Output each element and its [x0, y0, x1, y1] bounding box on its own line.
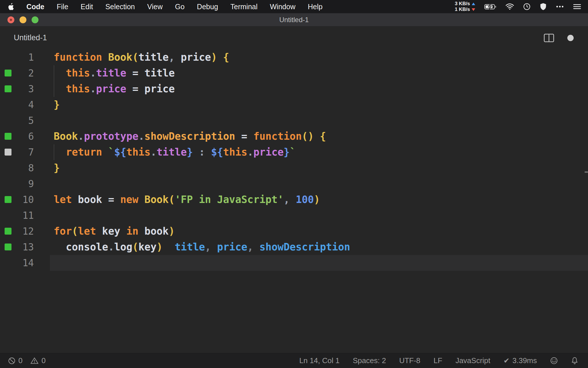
window-title: Untitled-1	[279, 16, 309, 24]
line-number[interactable]: 13	[11, 239, 34, 255]
clock-menu[interactable]	[523, 3, 531, 10]
circle-slash-icon	[8, 357, 16, 365]
statusbar-right: Ln 14, Col 1 Spaces: 2 UTF-8 LF JavaScri…	[299, 356, 578, 365]
line-number[interactable]: 3	[11, 81, 34, 97]
window-titlebar: Untitled-1	[0, 13, 588, 26]
battery-menu[interactable]	[484, 4, 496, 10]
code-line[interactable]: 14	[0, 255, 588, 271]
line-number[interactable]: 12	[11, 223, 34, 239]
scrollbar-thumb[interactable]	[585, 171, 588, 173]
line-number[interactable]: 1	[11, 49, 34, 65]
code-text	[50, 113, 588, 129]
error-count[interactable]: 0	[8, 356, 22, 365]
menu-item-help[interactable]: Help	[308, 3, 322, 11]
code-text: for(let key in book)	[50, 223, 588, 239]
network-speed-monitor[interactable]: 3 KB/s 1 KB/s	[455, 1, 475, 12]
code-line[interactable]: 9	[0, 176, 588, 192]
screen: Code FileEditSelectionViewGoDebugTermina…	[0, 0, 588, 368]
code-text	[50, 255, 588, 271]
menu-item-debug[interactable]: Debug	[197, 3, 218, 11]
download-arrow-icon	[472, 8, 475, 11]
minimize-button[interactable]	[20, 16, 26, 23]
line-number[interactable]: 11	[11, 208, 34, 223]
code-line[interactable]: 5	[0, 113, 588, 129]
line-number[interactable]: 2	[11, 65, 34, 81]
code-line[interactable]: 6Book.prototype.showDescription = functi…	[0, 129, 588, 144]
encoding-setting[interactable]: UTF-8	[399, 356, 420, 365]
line-number[interactable]: 9	[11, 176, 34, 192]
network-down-label: 1 KB/s	[455, 7, 470, 12]
quokka-coverage-square	[5, 228, 11, 235]
code-line[interactable]: 13 console.log(key) title, price, showDe…	[0, 239, 588, 255]
code-line[interactable]: 12for(let key in book)	[0, 223, 588, 239]
code-line[interactable]: 3 this.price = price	[0, 81, 588, 97]
code-line[interactable]: 8}	[0, 160, 588, 176]
indentation-setting[interactable]: Spaces: 2	[353, 356, 386, 365]
feedback-smiley[interactable]	[550, 357, 558, 365]
code-text	[50, 208, 588, 223]
menubar-status-icons: 3 KB/s 1 KB/s	[455, 1, 581, 12]
split-editor-button[interactable]	[544, 34, 554, 42]
notifications-bell[interactable]	[571, 357, 578, 365]
gutter-spacer	[5, 164, 11, 171]
split-editor-icon	[544, 34, 554, 42]
wifi-menu[interactable]	[506, 3, 514, 10]
list-menu[interactable]	[573, 3, 581, 10]
quokka-coverage-square	[5, 133, 11, 140]
close-button[interactable]	[7, 16, 14, 23]
menu-item-window[interactable]: Window	[270, 3, 295, 11]
network-up-label: 3 KB/s	[455, 1, 470, 6]
code-text: Book.prototype.showDescription = functio…	[50, 129, 588, 144]
warning-count[interactable]: 0	[30, 356, 45, 365]
menu-item-file[interactable]: File	[57, 3, 68, 11]
menubar-left: Code FileEditSelectionViewGoDebugTermina…	[7, 3, 322, 11]
app-menu-code[interactable]: Code	[26, 3, 45, 11]
menubar: Code FileEditSelectionViewGoDebugTermina…	[0, 0, 588, 13]
quokka-coverage-square	[5, 149, 11, 156]
smiley-icon	[550, 357, 558, 365]
code-text: function Book(title, price) {	[50, 49, 588, 65]
cursor-position[interactable]: Ln 14, Col 1	[299, 356, 340, 365]
menu-item-terminal[interactable]: Terminal	[231, 3, 258, 11]
shield-menu[interactable]	[540, 3, 547, 10]
modified-indicator[interactable]	[567, 35, 574, 41]
statusbar: 0 0 Ln 14, Col 1 Spaces: 2 UTF-8 LF Java…	[0, 353, 588, 368]
code-text: this.price = price	[50, 81, 588, 97]
zoom-button[interactable]	[32, 16, 38, 23]
gutter-spacer	[5, 54, 11, 61]
code-line[interactable]: 4}	[0, 97, 588, 113]
menu-item-edit[interactable]: Edit	[81, 3, 93, 11]
menu-lines-icon	[573, 3, 581, 10]
quokka-status[interactable]: ✔ 3.39ms	[504, 356, 537, 365]
code-line[interactable]: 1function Book(title, price) {	[0, 49, 588, 65]
statusbar-left: 0 0	[8, 356, 46, 365]
code-lines: 1function Book(title, price) {2 this.tit…	[0, 49, 588, 271]
code-text: }	[50, 97, 588, 113]
menu-item-view[interactable]: View	[147, 3, 163, 11]
more-menu[interactable]	[556, 5, 564, 8]
code-line[interactable]: 11	[0, 208, 588, 223]
code-line[interactable]: 10let book = new Book('FP in JavaScript'…	[0, 192, 588, 208]
upload-arrow-icon	[472, 3, 475, 5]
line-number[interactable]: 4	[11, 97, 34, 113]
bell-icon	[571, 357, 578, 365]
line-number[interactable]: 6	[11, 129, 34, 144]
line-number[interactable]: 8	[11, 160, 34, 176]
language-mode[interactable]: JavaScript	[455, 356, 490, 365]
menu-item-selection[interactable]: Selection	[105, 3, 135, 11]
eol-setting[interactable]: LF	[434, 356, 442, 365]
line-number[interactable]: 10	[11, 192, 34, 208]
code-text: return `${this.title} : ${this.price}`	[50, 144, 588, 160]
menu-item-go[interactable]: Go	[175, 3, 185, 11]
line-number[interactable]: 7	[11, 144, 34, 160]
apple-icon	[7, 3, 14, 10]
ellipsis-icon	[556, 5, 564, 8]
code-line[interactable]: 7 return `${this.title} : ${this.price}`	[0, 144, 588, 160]
code-text: console.log(key) title, price, showDescr…	[50, 239, 588, 255]
apple-menu[interactable]	[7, 3, 14, 10]
code-text: this.title = title	[50, 65, 588, 81]
line-number[interactable]: 14	[11, 255, 34, 271]
shield-icon	[540, 3, 547, 10]
code-line[interactable]: 2 this.title = title	[0, 65, 588, 81]
line-number[interactable]: 5	[11, 113, 34, 129]
